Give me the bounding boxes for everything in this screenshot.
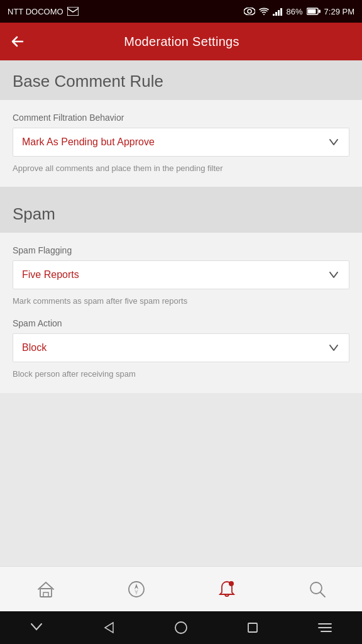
home-icon (36, 580, 55, 598)
spam-flagging-description: Mark comments as spam after five spam re… (13, 296, 349, 307)
svg-rect-8 (307, 9, 315, 14)
bottom-filler (0, 393, 362, 443)
spam-title: Spam (13, 204, 349, 224)
comment-filtration-dropdown[interactable]: Mark As Pending but Approve (13, 128, 349, 157)
main-content: Base Comment Rule Comment Filtration Beh… (0, 60, 362, 566)
svg-rect-3 (273, 14, 275, 16)
compass-icon (128, 580, 145, 598)
spam-action-description: Block person after receiving spam (13, 369, 349, 380)
wifi-icon (259, 8, 269, 16)
eye-icon (244, 8, 255, 15)
android-nav-recent[interactable] (30, 621, 43, 635)
comment-filtration-arrow-icon (327, 136, 340, 148)
spam-flagging-arrow-icon (327, 269, 340, 281)
nav-compass[interactable] (118, 575, 155, 603)
svg-rect-4 (275, 12, 277, 16)
comment-filtration-description: Approve all comments and place them in t… (13, 163, 349, 174)
base-comment-rule-card: Comment Filtration Behavior Mark As Pend… (0, 100, 362, 187)
back-button[interactable] (10, 34, 25, 49)
bell-icon (217, 580, 236, 599)
android-nav-bar (0, 611, 362, 644)
svg-rect-5 (278, 10, 280, 16)
spam-flagging-value: Five Reports (22, 269, 79, 280)
section-separator-1 (0, 187, 362, 193)
svg-point-19 (175, 622, 187, 633)
svg-rect-0 (67, 7, 79, 16)
spam-card: Spam Flagging Five Reports Mark comments… (0, 233, 362, 392)
base-comment-rule-title: Base Comment Rule (13, 72, 349, 91)
spam-flagging-label: Spam Flagging (13, 245, 349, 255)
spam-action-arrow-icon (327, 341, 340, 354)
time-text: 7:29 PM (324, 7, 354, 16)
svg-rect-9 (319, 10, 321, 13)
bottom-nav (0, 566, 362, 611)
battery-icon (307, 8, 321, 15)
comment-filtration-value: Mark As Pending but Approve (22, 136, 155, 148)
spam-action-value: Block (22, 342, 47, 353)
comment-filtration-label: Comment Filtration Behavior (13, 113, 349, 123)
back-arrow-icon (10, 34, 25, 49)
spam-action-label: Spam Action (13, 318, 349, 328)
mail-icon (67, 7, 79, 16)
status-carrier: NTT DOCOMO (8, 7, 79, 16)
svg-point-15 (229, 581, 234, 586)
svg-rect-11 (43, 592, 48, 597)
svg-point-1 (244, 8, 255, 15)
svg-line-17 (321, 592, 325, 597)
spam-action-dropdown[interactable]: Block (13, 333, 349, 362)
svg-rect-20 (248, 623, 257, 632)
app-bar: Moderation Settings (0, 23, 362, 60)
nav-home[interactable] (26, 575, 65, 603)
svg-point-16 (310, 582, 322, 594)
svg-marker-18 (105, 623, 113, 633)
android-nav-menu[interactable] (317, 621, 332, 634)
search-icon (309, 580, 326, 598)
svg-marker-13 (134, 584, 138, 589)
app-bar-title: Moderation Settings (38, 35, 326, 49)
carrier-text: NTT DOCOMO (8, 7, 63, 16)
spam-flagging-dropdown[interactable]: Five Reports (13, 260, 349, 289)
svg-rect-6 (280, 8, 282, 16)
nav-search[interactable] (299, 575, 336, 603)
spam-header: Spam (0, 193, 362, 233)
android-nav-back[interactable] (102, 621, 116, 635)
status-indicators: 86% 7:29 PM (244, 7, 354, 16)
signal-icon (273, 8, 283, 16)
nav-bell[interactable] (207, 575, 246, 604)
status-bar: NTT DOCOMO 86% (0, 0, 362, 23)
android-nav-recents[interactable] (246, 621, 259, 634)
battery-text: 86% (287, 7, 303, 16)
svg-marker-14 (134, 589, 138, 595)
base-comment-rule-header: Base Comment Rule (0, 60, 362, 100)
svg-point-2 (248, 9, 251, 13)
android-nav-home[interactable] (174, 621, 188, 635)
